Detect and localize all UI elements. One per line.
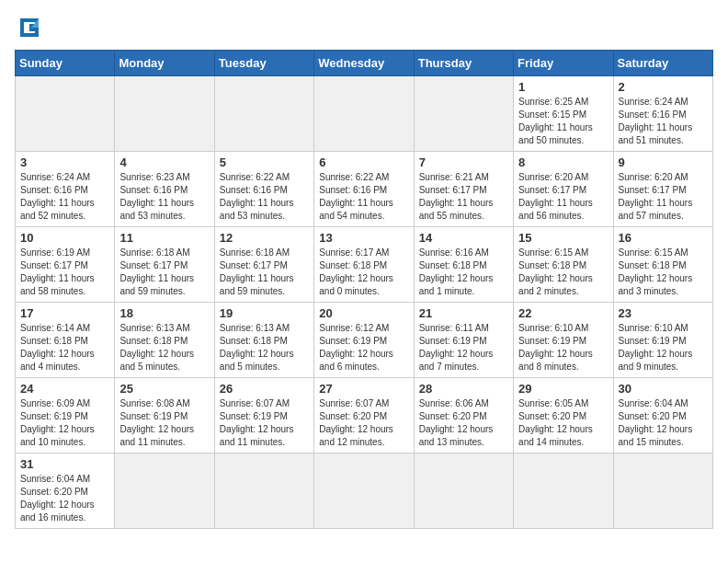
- calendar-cell: 23Sunrise: 6:10 AM Sunset: 6:19 PM Dayli…: [613, 303, 712, 378]
- day-number: 8: [518, 155, 608, 169]
- day-number: 17: [20, 306, 109, 320]
- day-info: Sunrise: 6:19 AM Sunset: 6:17 PM Dayligh…: [20, 247, 109, 298]
- day-info: Sunrise: 6:24 AM Sunset: 6:16 PM Dayligh…: [619, 96, 708, 147]
- day-number: 15: [518, 231, 608, 245]
- day-number: 10: [20, 231, 109, 245]
- calendar-cell: [314, 76, 414, 152]
- calendar-cell: [115, 454, 214, 529]
- calendar-cell: 2Sunrise: 6:24 AM Sunset: 6:16 PM Daylig…: [613, 76, 712, 152]
- logo: [15, 15, 48, 40]
- calendar-cell: 8Sunrise: 6:20 AM Sunset: 6:17 PM Daylig…: [514, 152, 613, 227]
- day-info: Sunrise: 6:24 AM Sunset: 6:16 PM Dayligh…: [20, 171, 109, 223]
- day-number: 25: [119, 382, 209, 396]
- calendar-week-row: 3Sunrise: 6:24 AM Sunset: 6:16 PM Daylig…: [16, 152, 713, 227]
- day-number: 23: [619, 306, 708, 320]
- calendar-header: SundayMondayTuesdayWednesdayThursdayFrid…: [16, 51, 713, 76]
- day-info: Sunrise: 6:15 AM Sunset: 6:18 PM Dayligh…: [619, 247, 708, 298]
- calendar-cell: 22Sunrise: 6:10 AM Sunset: 6:19 PM Dayli…: [514, 303, 613, 378]
- calendar-cell: [414, 454, 513, 529]
- weekday-header-monday: Monday: [115, 51, 214, 76]
- calendar-cell: 12Sunrise: 6:18 AM Sunset: 6:17 PM Dayli…: [214, 227, 313, 303]
- day-info: Sunrise: 6:11 AM Sunset: 6:19 PM Dayligh…: [419, 322, 508, 373]
- day-number: 21: [419, 306, 508, 320]
- calendar-cell: [214, 454, 313, 529]
- day-info: Sunrise: 6:25 AM Sunset: 6:15 PM Dayligh…: [518, 96, 608, 147]
- weekday-header-wednesday: Wednesday: [314, 51, 414, 76]
- day-number: 18: [119, 306, 209, 320]
- day-number: 19: [220, 306, 309, 320]
- calendar-cell: 9Sunrise: 6:20 AM Sunset: 6:17 PM Daylig…: [613, 152, 712, 227]
- calendar-cell: 19Sunrise: 6:13 AM Sunset: 6:18 PM Dayli…: [214, 303, 313, 378]
- day-number: 20: [319, 306, 408, 320]
- calendar-week-row: 24Sunrise: 6:09 AM Sunset: 6:19 PM Dayli…: [16, 378, 713, 454]
- calendar-table: SundayMondayTuesdayWednesdayThursdayFrid…: [15, 50, 713, 529]
- day-info: Sunrise: 6:07 AM Sunset: 6:20 PM Dayligh…: [319, 397, 408, 449]
- day-number: 22: [518, 306, 608, 320]
- day-info: Sunrise: 6:16 AM Sunset: 6:18 PM Dayligh…: [419, 247, 508, 298]
- day-info: Sunrise: 6:21 AM Sunset: 6:17 PM Dayligh…: [419, 171, 508, 223]
- logo-icon: [15, 15, 44, 40]
- weekday-header-saturday: Saturday: [613, 51, 712, 76]
- calendar-cell: 7Sunrise: 6:21 AM Sunset: 6:17 PM Daylig…: [414, 152, 513, 227]
- day-info: Sunrise: 6:05 AM Sunset: 6:20 PM Dayligh…: [518, 397, 608, 449]
- page-header: [15, 15, 713, 40]
- weekday-header-sunday: Sunday: [16, 51, 115, 76]
- day-number: 24: [20, 382, 109, 396]
- day-number: 11: [119, 231, 209, 245]
- day-info: Sunrise: 6:18 AM Sunset: 6:17 PM Dayligh…: [220, 247, 309, 298]
- calendar-cell: 11Sunrise: 6:18 AM Sunset: 6:17 PM Dayli…: [115, 227, 214, 303]
- day-number: 27: [319, 382, 408, 396]
- weekday-header-thursday: Thursday: [414, 51, 513, 76]
- day-number: 4: [119, 155, 209, 169]
- calendar-cell: 18Sunrise: 6:13 AM Sunset: 6:18 PM Dayli…: [115, 303, 214, 378]
- day-info: Sunrise: 6:08 AM Sunset: 6:19 PM Dayligh…: [119, 397, 209, 449]
- day-info: Sunrise: 6:13 AM Sunset: 6:18 PM Dayligh…: [220, 322, 309, 373]
- day-info: Sunrise: 6:20 AM Sunset: 6:17 PM Dayligh…: [619, 171, 708, 223]
- calendar-cell: 13Sunrise: 6:17 AM Sunset: 6:18 PM Dayli…: [314, 227, 414, 303]
- day-info: Sunrise: 6:04 AM Sunset: 6:20 PM Dayligh…: [20, 473, 109, 524]
- day-info: Sunrise: 6:14 AM Sunset: 6:18 PM Dayligh…: [20, 322, 109, 373]
- calendar-cell: [115, 76, 214, 152]
- calendar-cell: 25Sunrise: 6:08 AM Sunset: 6:19 PM Dayli…: [115, 378, 214, 454]
- calendar-cell: 4Sunrise: 6:23 AM Sunset: 6:16 PM Daylig…: [115, 152, 214, 227]
- calendar-cell: 5Sunrise: 6:22 AM Sunset: 6:16 PM Daylig…: [214, 152, 313, 227]
- calendar-cell: 10Sunrise: 6:19 AM Sunset: 6:17 PM Dayli…: [16, 227, 115, 303]
- day-number: 7: [419, 155, 508, 169]
- weekday-row: SundayMondayTuesdayWednesdayThursdayFrid…: [16, 51, 713, 76]
- day-info: Sunrise: 6:22 AM Sunset: 6:16 PM Dayligh…: [220, 171, 309, 223]
- calendar-cell: 27Sunrise: 6:07 AM Sunset: 6:20 PM Dayli…: [314, 378, 414, 454]
- calendar-cell: [16, 76, 115, 152]
- calendar-cell: 29Sunrise: 6:05 AM Sunset: 6:20 PM Dayli…: [514, 378, 613, 454]
- calendar-page: SundayMondayTuesdayWednesdayThursdayFrid…: [0, 0, 728, 563]
- day-info: Sunrise: 6:15 AM Sunset: 6:18 PM Dayligh…: [518, 247, 608, 298]
- day-info: Sunrise: 6:10 AM Sunset: 6:19 PM Dayligh…: [619, 322, 708, 373]
- calendar-week-row: 10Sunrise: 6:19 AM Sunset: 6:17 PM Dayli…: [16, 227, 713, 303]
- calendar-cell: 15Sunrise: 6:15 AM Sunset: 6:18 PM Dayli…: [514, 227, 613, 303]
- day-info: Sunrise: 6:06 AM Sunset: 6:20 PM Dayligh…: [419, 397, 508, 449]
- calendar-body: 1Sunrise: 6:25 AM Sunset: 6:15 PM Daylig…: [16, 76, 713, 529]
- day-number: 12: [220, 231, 309, 245]
- calendar-cell: [414, 76, 513, 152]
- day-info: Sunrise: 6:18 AM Sunset: 6:17 PM Dayligh…: [119, 247, 209, 298]
- calendar-cell: 26Sunrise: 6:07 AM Sunset: 6:19 PM Dayli…: [214, 378, 313, 454]
- day-number: 3: [20, 155, 109, 169]
- calendar-cell: 1Sunrise: 6:25 AM Sunset: 6:15 PM Daylig…: [514, 76, 613, 152]
- day-info: Sunrise: 6:23 AM Sunset: 6:16 PM Dayligh…: [119, 171, 209, 223]
- weekday-header-friday: Friday: [514, 51, 613, 76]
- calendar-cell: 30Sunrise: 6:04 AM Sunset: 6:20 PM Dayli…: [613, 378, 712, 454]
- calendar-cell: 24Sunrise: 6:09 AM Sunset: 6:19 PM Dayli…: [16, 378, 115, 454]
- day-info: Sunrise: 6:10 AM Sunset: 6:19 PM Dayligh…: [518, 322, 608, 373]
- calendar-cell: 21Sunrise: 6:11 AM Sunset: 6:19 PM Dayli…: [414, 303, 513, 378]
- day-number: 29: [518, 382, 608, 396]
- day-number: 14: [419, 231, 508, 245]
- calendar-cell: 3Sunrise: 6:24 AM Sunset: 6:16 PM Daylig…: [16, 152, 115, 227]
- day-info: Sunrise: 6:17 AM Sunset: 6:18 PM Dayligh…: [319, 247, 408, 298]
- day-info: Sunrise: 6:13 AM Sunset: 6:18 PM Dayligh…: [119, 322, 209, 373]
- calendar-cell: 28Sunrise: 6:06 AM Sunset: 6:20 PM Dayli…: [414, 378, 513, 454]
- calendar-cell: 31Sunrise: 6:04 AM Sunset: 6:20 PM Dayli…: [16, 454, 115, 529]
- day-number: 16: [619, 231, 708, 245]
- day-number: 2: [619, 80, 708, 94]
- calendar-cell: 6Sunrise: 6:22 AM Sunset: 6:16 PM Daylig…: [314, 152, 414, 227]
- day-info: Sunrise: 6:07 AM Sunset: 6:19 PM Dayligh…: [220, 397, 309, 449]
- calendar-cell: 17Sunrise: 6:14 AM Sunset: 6:18 PM Dayli…: [16, 303, 115, 378]
